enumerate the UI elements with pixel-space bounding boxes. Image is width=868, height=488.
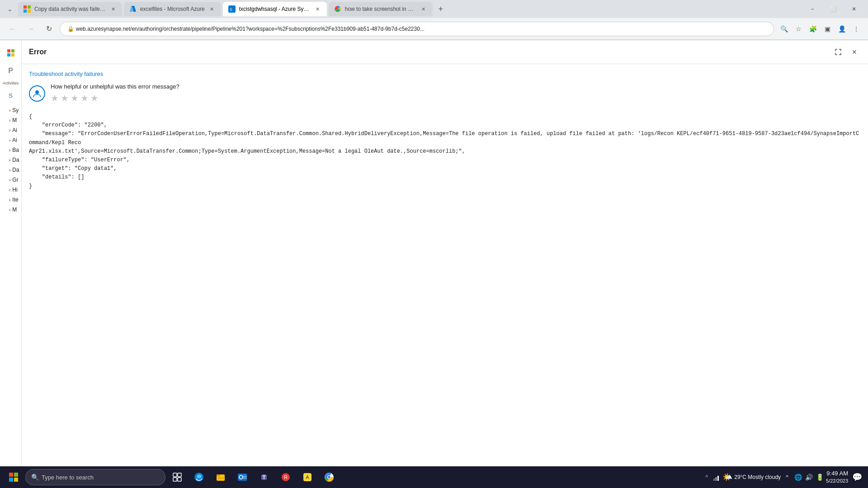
taskbar-chrome-icon[interactable]	[319, 467, 339, 487]
svg-rect-14	[9, 473, 13, 477]
main-layout: P Activities S › Sy › M › Ai › Ai ›	[0, 40, 868, 467]
sidebar-nav-group: › Sy › M › Ai › Ai › Ba › Da	[0, 104, 21, 216]
chevron-right-icon-gr: ›	[9, 178, 10, 183]
sidebar-item-da1[interactable]: › Da	[2, 155, 19, 165]
svg-rect-10	[11, 49, 14, 52]
taskbar-app2-icon[interactable]: A	[297, 467, 317, 487]
start-button[interactable]	[4, 467, 24, 487]
task-view-button[interactable]	[167, 467, 187, 487]
reload-button[interactable]: ↻	[42, 22, 56, 36]
weather-widget[interactable]: 🌤️ 29°C Mostly cloudy	[722, 472, 781, 482]
taskbar-app1-icon[interactable]: R	[276, 467, 296, 487]
chevron-right-icon-da2: ›	[9, 168, 10, 173]
extensions-icon[interactable]: 🧩	[807, 23, 819, 35]
error-header-icons: ✕	[832, 46, 861, 58]
tray-overflow-button[interactable]: ^	[704, 472, 710, 482]
system-clock[interactable]: 9:49 AM 5/22/2023	[826, 469, 848, 485]
taskbar-search-box[interactable]: 🔍 Type here to search	[25, 469, 165, 485]
svg-rect-21	[178, 478, 181, 481]
address-bar: ← → ↻ 🔒 web.azuresynapse.net/en/authorin…	[0, 18, 868, 40]
tab-4[interactable]: how to take screenshot in windo ✕	[329, 2, 433, 16]
sidebar-label-ite: Ite	[12, 197, 18, 203]
chevron-right-icon-ai1: ›	[9, 128, 10, 133]
taskbar-search-placeholder: Type here to search	[42, 474, 160, 481]
tray-hidden-icons[interactable]: ^	[783, 473, 792, 482]
tab-1[interactable]: Copy data activity was failed - M ✕	[18, 2, 122, 16]
tab-1-close[interactable]: ✕	[109, 5, 117, 13]
close-window-button[interactable]: ✕	[844, 2, 864, 16]
chevron-right-icon-hi: ›	[9, 188, 10, 192]
sidebar-item-da2[interactable]: › Da	[2, 165, 19, 175]
sidebar-label-hi: Hi	[12, 187, 17, 193]
tray-battery-icon[interactable]: 🔋	[815, 473, 824, 482]
sidebar-item-hi[interactable]: › Hi	[2, 185, 19, 195]
tab-3[interactable]: S txcistgdwhsasql - Azure Synapse ✕	[223, 2, 327, 16]
sidebar-item-ai2[interactable]: › Ai	[2, 135, 19, 145]
star-3[interactable]: ★	[71, 93, 79, 103]
sidebar-item-search[interactable]: S	[2, 86, 20, 104]
sidebar-label-m: M	[12, 117, 17, 123]
svg-rect-17	[14, 478, 18, 482]
sidebar-label-da1: Da	[12, 157, 19, 163]
sidebar-item-ite[interactable]: › Ite	[2, 195, 19, 205]
content-area: Error ✕	[22, 40, 868, 467]
menu-icon[interactable]: ⋮	[850, 23, 863, 35]
back-button[interactable]: ←	[5, 22, 20, 36]
feedback-avatar	[29, 85, 45, 102]
tab-3-close[interactable]: ✕	[314, 5, 321, 13]
svg-rect-0	[24, 5, 27, 9]
system-tray-icons: ^ 🌐 🔊 🔋	[783, 473, 824, 482]
taskbar-search-icon: 🔍	[31, 474, 39, 481]
chevron-right-icon-m: ›	[9, 118, 10, 123]
chevron-right-icon-ite: ›	[9, 197, 10, 202]
lock-icon: 🔒	[67, 26, 74, 32]
weather-text: 29°C Mostly cloudy	[734, 474, 781, 480]
bookmark-icon[interactable]: ☆	[792, 23, 805, 35]
star-1[interactable]: ★	[51, 93, 59, 103]
tab-2[interactable]: excelfiles - Microsoft Azure ✕	[124, 2, 221, 16]
network-icon[interactable]	[712, 473, 721, 482]
maximize-button[interactable]: ⬜	[823, 2, 844, 16]
sidebar-label-ba: Ba	[12, 147, 19, 153]
search-icon[interactable]: 🔍	[778, 23, 790, 35]
troubleshoot-link[interactable]: Troubleshoot activity failures	[29, 70, 103, 77]
sidebar-item-home[interactable]	[2, 44, 20, 62]
star-5[interactable]: ★	[90, 93, 99, 103]
close-error-button[interactable]: ✕	[848, 46, 861, 58]
sidebar-item-ai1[interactable]: › Ai	[2, 125, 19, 135]
error-header: Error ✕	[22, 40, 868, 64]
sidebar-toggle-icon[interactable]: ▣	[821, 23, 834, 35]
sidebar-item-ba[interactable]: › Ba	[2, 145, 19, 155]
tab-2-favicon	[129, 5, 137, 13]
tray-network-icon[interactable]: 🌐	[793, 473, 802, 482]
sidebar-item-m2[interactable]: › M	[2, 205, 19, 215]
star-2[interactable]: ★	[61, 93, 69, 103]
minimize-button[interactable]: −	[802, 2, 823, 16]
tray-volume-icon[interactable]: 🔊	[804, 473, 813, 482]
expand-button[interactable]	[832, 46, 844, 58]
star-4[interactable]: ★	[80, 93, 89, 103]
svg-rect-1	[28, 5, 31, 9]
profile-icon[interactable]: 👤	[835, 23, 848, 35]
chevron-right-icon-da1: ›	[9, 158, 10, 163]
notification-button[interactable]: 💬	[850, 470, 864, 484]
tab-overflow-button[interactable]: ⌄	[4, 3, 16, 15]
svg-rect-20	[173, 478, 177, 481]
sidebar-item-m[interactable]: › M	[2, 115, 19, 125]
sidebar-item-pipelines[interactable]: P	[2, 62, 20, 80]
taskbar-outlook-icon[interactable]	[232, 467, 252, 487]
new-tab-button[interactable]: +	[434, 3, 447, 15]
sidebar-item-sy[interactable]: › Sy	[2, 105, 19, 115]
address-bar-icons: 🔍 ☆ 🧩 ▣ 👤 ⋮	[778, 23, 863, 35]
taskbar-teams-icon[interactable]: T	[254, 467, 274, 487]
close-error-icon: ✕	[852, 48, 857, 56]
sidebar-item-gr[interactable]: › Gr	[2, 175, 19, 185]
address-input[interactable]: 🔒 web.azuresynapse.net/en/authoring/orch…	[60, 22, 774, 36]
svg-rect-42	[713, 479, 715, 481]
tab-4-close[interactable]: ✕	[420, 5, 427, 13]
forward-button[interactable]: →	[24, 22, 38, 36]
taskbar-explorer-icon[interactable]	[211, 467, 231, 487]
taskbar-edge-icon[interactable]	[189, 467, 209, 487]
title-bar: ⌄ Copy data activity was failed - M ✕	[0, 0, 868, 18]
tab-2-close[interactable]: ✕	[208, 5, 216, 13]
